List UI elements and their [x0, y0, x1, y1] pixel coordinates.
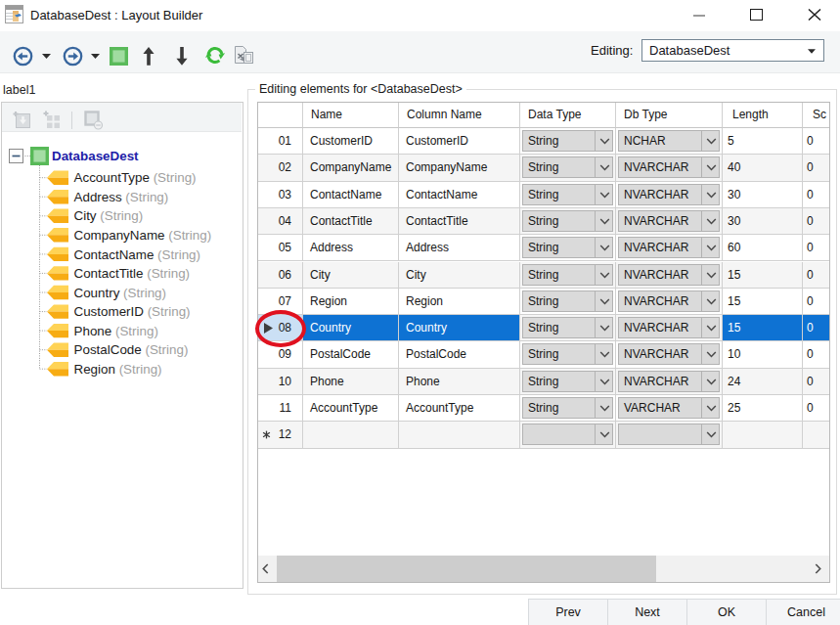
svg-text:Country (String): Country (String) [74, 286, 167, 300]
svg-text:ContactName (String): ContactName (String) [74, 247, 201, 262]
svg-text:Region (String): Region (String) [74, 362, 162, 377]
svg-text:Address (String): Address (String) [74, 190, 169, 204]
svg-text:ContactTitle (String): ContactTitle (String) [74, 266, 191, 281]
svg-text:CompanyName (String): CompanyName (String) [74, 228, 212, 243]
svg-text:DatabaseDest: DatabaseDest [52, 149, 139, 163]
svg-text:Phone (String): Phone (String) [74, 324, 158, 338]
svg-text:City (String): City (String) [74, 208, 144, 223]
svg-text:PostalCode (String): PostalCode (String) [74, 342, 189, 357]
svg-text:AccountType (String): AccountType (String) [74, 170, 197, 185]
svg-text:CustomerID (String): CustomerID (String) [74, 304, 191, 319]
